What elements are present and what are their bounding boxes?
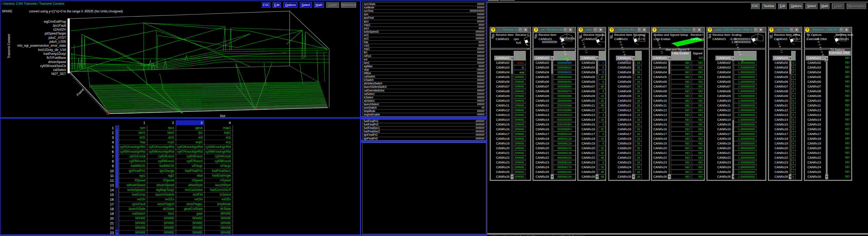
svg-text:inst12Duty_dtr_U18: inst12Duty_dtr_U18 [38,48,66,52]
svg-text:s2An02V: s2An02V [53,28,66,31]
svg-text:Slot: Slot [220,114,225,118]
svg-text:tps1Fault: tps1Fault [53,24,66,27]
svg-text:wgCrnrExitProg: wgCrnrExitProg [43,20,66,24]
svg-text:NOT_SET: NOT_SET [52,72,66,76]
svg-text:calSelect: calSelect [53,68,66,72]
svg-text:pduA_LS05: pduA_LS05 [50,40,66,43]
svg-text:drivenSpeed: drivenSpeed [48,60,66,64]
svg-text:cyl03KnockSevCtr: cyl03KnockSevCtr [40,64,66,68]
svg-text:mlo_egt_powersection_error_sta: mlo_egt_powersection_error_state [17,44,66,47]
svg-text:flxTrFuelBase: flxTrFuelBase [46,56,66,60]
svg-text:Transmit Content: Transmit Content [7,34,11,58]
svg-text:fuelPump1DutyI: fuelPump1DutyI [43,52,66,56]
svg-text:pitSpeedTarget: pitSpeedTarget [44,32,66,35]
svg-text:Frame: Frame [76,88,85,97]
svg-text:pduC_ATOT: pduC_ATOT [49,36,66,39]
